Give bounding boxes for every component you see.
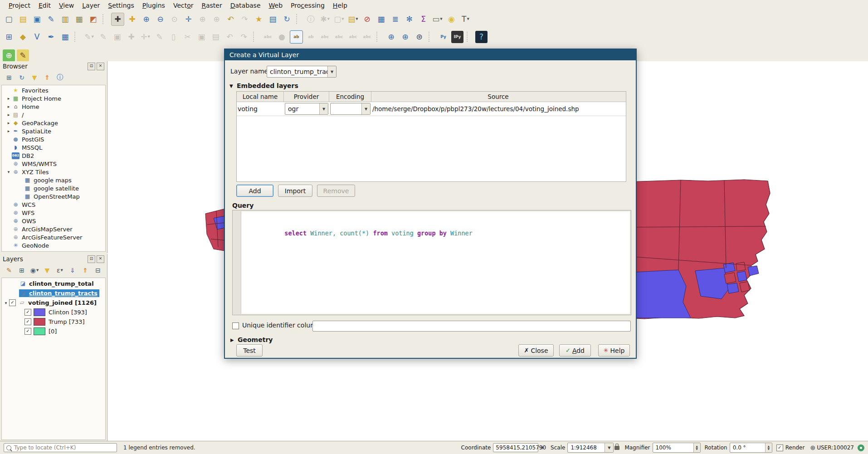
menu-edit[interactable]: Edit xyxy=(34,1,55,10)
highlight-pinned-labels-icon[interactable]: ab▼ xyxy=(305,31,317,43)
manage-map-themes-icon[interactable]: ◉▼ xyxy=(29,265,39,275)
select-features-icon[interactable]: ▢▼ xyxy=(333,13,345,25)
layer-checkbox[interactable]: ✓ xyxy=(24,318,31,325)
add-button[interactable]: ✓ Add xyxy=(559,344,591,356)
ipython-console-icon[interactable]: IPy▼ xyxy=(451,31,463,43)
menu-layer[interactable]: Layer xyxy=(78,1,104,10)
pan-to-selection-icon[interactable]: ✚▼ xyxy=(126,13,138,25)
crs-button[interactable]: USER:100027 xyxy=(817,444,854,451)
magnifier-spinner[interactable]: 100% ▲▼ xyxy=(653,443,701,453)
open-project-icon[interactable]: ▤▼ xyxy=(17,13,29,25)
new-bookmark-icon[interactable]: ★▼ xyxy=(253,13,265,25)
layers-float-button[interactable]: ⊡ xyxy=(88,255,95,263)
geoportal-search-icon[interactable]: ⊕▼ xyxy=(399,31,411,43)
save-layer-edits-icon[interactable]: ▣▼ xyxy=(111,31,123,43)
quickosm-icon[interactable]: ✎ xyxy=(17,49,29,62)
query-editor[interactable]: select Winner, count(*) from voting grou… xyxy=(241,211,630,314)
show-layout-manager-icon[interactable]: ▦▼ xyxy=(73,13,85,25)
table-row[interactable]: voting ogr ▼ ▼ /home/serge/Dropbox/p/ xyxy=(237,102,626,116)
paste-features-icon[interactable]: ▤▼ xyxy=(210,31,222,43)
vertex-tool-icon[interactable]: ✛▼ xyxy=(139,31,151,43)
layer-checkbox[interactable]: ✓ xyxy=(24,309,31,316)
expander-icon[interactable]: ▾ xyxy=(5,170,12,174)
add-group-icon[interactable]: ⊞▼ xyxy=(17,265,27,275)
unique-id-checkbox[interactable] xyxy=(232,322,239,329)
filter-legend-icon[interactable]: ▼▼ xyxy=(42,265,52,275)
save-project-as-icon[interactable]: ✎▼ xyxy=(45,13,57,25)
browser-item-wfs[interactable]: ⊕ WFS xyxy=(2,209,105,217)
browser-item-xyz-tiles[interactable]: ▾ ⊕ XYZ Tiles xyxy=(2,168,105,176)
zoom-last-icon[interactable]: ↶▼ xyxy=(224,13,237,25)
move-label-icon[interactable]: abc▼ xyxy=(319,31,331,43)
menu-help[interactable]: Help xyxy=(329,1,351,10)
browser-item-ows[interactable]: ⊕ OWS xyxy=(2,217,105,225)
change-label-icon[interactable]: abc▼ xyxy=(347,31,359,43)
new-print-layout-icon[interactable]: ▥▼ xyxy=(59,13,71,25)
deselect-features-icon[interactable]: ⊘▼ xyxy=(361,13,373,25)
style-manager-icon[interactable]: ◩▼ xyxy=(87,13,99,25)
statistical-summary-icon[interactable]: ≣▼ xyxy=(389,13,401,25)
layer-checkbox[interactable]: ✓ xyxy=(9,299,16,306)
expander-icon[interactable]: ▸ xyxy=(5,104,12,109)
new-project-icon[interactable]: ▢▼ xyxy=(3,13,15,25)
undo-icon[interactable]: ↶▼ xyxy=(224,31,236,43)
expander-icon[interactable]: ▸ xyxy=(5,129,12,133)
filter-by-expression-icon[interactable]: ε▼ xyxy=(55,265,65,275)
metasearch-icon[interactable]: ⊕▼ xyxy=(385,31,397,43)
layers-close-button[interactable]: ✕ xyxy=(97,255,104,263)
zoom-to-selection-icon[interactable]: ⊕▼ xyxy=(196,13,209,25)
refresh-map-icon[interactable]: ↻▼ xyxy=(281,13,293,25)
spinner-arrows[interactable]: ▲▼ xyxy=(693,443,700,452)
import-button[interactable]: Import xyxy=(278,185,312,197)
help-button[interactable]: ✳ Help xyxy=(598,344,630,356)
expander-icon[interactable]: ▸ xyxy=(5,96,12,101)
local-name-cell[interactable]: voting xyxy=(237,102,284,116)
new-virtual-layer-icon[interactable]: ▦▼ xyxy=(59,31,71,43)
layer-diagram-icon[interactable]: ●▼ xyxy=(276,31,288,43)
browser-item-favorites[interactable]: ★ Favorites xyxy=(2,86,105,94)
processing-toolbox-icon[interactable]: ✻▼ xyxy=(403,13,415,25)
delete-selected-icon[interactable]: ▯▼ xyxy=(167,31,180,43)
expander-icon[interactable]: ▾ xyxy=(3,301,9,305)
layer-checkbox[interactable]: ✓ xyxy=(24,328,31,335)
column-header[interactable]: Provider xyxy=(284,92,329,102)
menu-raster[interactable]: Raster xyxy=(198,1,226,10)
menu-processing[interactable]: Processing xyxy=(287,1,329,10)
close-button[interactable]: ✗ Close xyxy=(518,344,554,356)
new-geopackage-icon[interactable]: ◆▼ xyxy=(17,31,29,43)
layer-item-clinton-trump-total[interactable]: ✓ ◪ clinton_trump_total xyxy=(2,279,105,288)
chevron-down-icon[interactable]: ▼ xyxy=(361,103,370,114)
layer-name-combo[interactable]: clinton_trump_tracts ▼ xyxy=(267,66,336,78)
messages-balloon-icon[interactable] xyxy=(858,444,864,451)
rotation-spinner[interactable]: 0.0 ° ▲▼ xyxy=(730,443,772,453)
run-feature-action-icon[interactable]: ✱▼ xyxy=(319,13,331,25)
browser-item-wms-wmts[interactable]: ⊕ WMS/WMTS xyxy=(2,160,105,168)
expand-triangle-icon[interactable]: ▶ xyxy=(230,337,238,342)
browser-item-db2[interactable]: DB2 DB2 xyxy=(2,151,105,160)
browser-item-home[interactable]: ▸ ⌂ Home xyxy=(2,103,105,111)
collapse-triangle-icon[interactable]: ▼ xyxy=(229,83,237,88)
browser-item-google-satellite[interactable]: ▦ google satellite xyxy=(2,184,105,192)
render-checkbox[interactable]: ✓ xyxy=(776,444,783,451)
pan-map-icon[interactable]: ✚▼ xyxy=(111,13,124,26)
menu-project[interactable]: Project xyxy=(5,1,34,10)
dialog-title[interactable]: Create a Virtual Layer xyxy=(225,49,636,60)
diagram-options-icon[interactable]: abc▼ xyxy=(361,31,373,43)
layer-item-voting-joined[interactable]: ▾ ✓ ▱ voting_joined [1126] xyxy=(2,298,105,308)
menu-plugins[interactable]: Plugins xyxy=(138,1,169,10)
new-spatialite-icon[interactable]: ✒▼ xyxy=(45,31,57,43)
chevron-down-icon[interactable]: ▼ xyxy=(327,66,336,77)
redo-icon[interactable]: ↷▼ xyxy=(238,31,250,43)
cut-features-icon[interactable]: ✂▼ xyxy=(181,31,194,43)
encoding-combo[interactable]: ▼ xyxy=(330,103,371,115)
measure-icon[interactable]: ▭▼ xyxy=(431,13,444,25)
zoom-in-icon[interactable]: ⊕▼ xyxy=(140,13,152,25)
expander-icon[interactable]: ▸ xyxy=(5,121,12,125)
new-shapefile-icon[interactable]: V▼ xyxy=(31,31,43,43)
new-map-view-icon[interactable]: ▤▼ xyxy=(347,13,359,25)
zoom-out-icon[interactable]: ⊖▼ xyxy=(154,13,166,25)
browser-item-mssql[interactable]: ◗ MSSQL xyxy=(2,143,105,151)
text-annotation-icon[interactable]: T▼ xyxy=(459,13,472,25)
embedded-layers-header[interactable]: ▼ Embedded layers xyxy=(229,82,298,89)
zoom-to-layer-icon[interactable]: ⊕▼ xyxy=(210,13,223,25)
